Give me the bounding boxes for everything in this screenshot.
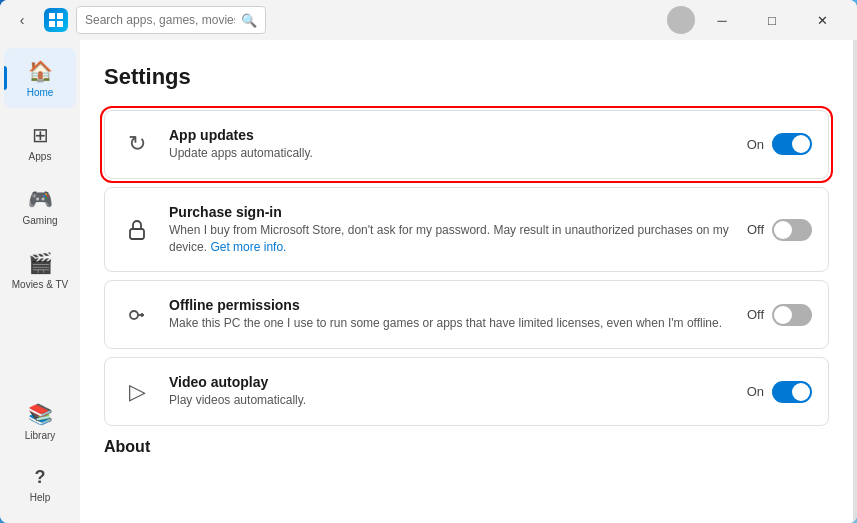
settings-item-purchase-signin: Purchase sign-in When I buy from Microso… (104, 187, 829, 273)
title-bar: ‹ 🔍 ─ □ ✕ (0, 0, 857, 40)
video-autoplay-toggle[interactable] (772, 381, 812, 403)
offline-permissions-icon (121, 299, 153, 331)
close-button[interactable]: ✕ (799, 6, 845, 34)
store-icon (48, 12, 64, 28)
purchase-signin-title: Purchase sign-in (169, 204, 731, 220)
app-updates-desc: Update apps automatically. (169, 145, 731, 162)
svg-rect-2 (49, 21, 55, 27)
library-icon: 📚 (28, 402, 53, 426)
video-autoplay-toggle-thumb (792, 383, 810, 401)
app-updates-icon: ↻ (121, 128, 153, 160)
svg-rect-4 (130, 229, 144, 239)
sidebar-item-label-apps: Apps (29, 151, 52, 162)
purchase-signin-control: Off (747, 219, 812, 241)
sidebar-item-label-help: Help (30, 492, 51, 503)
app-updates-control: On (747, 133, 812, 155)
get-more-info-link[interactable]: Get more info. (210, 240, 286, 254)
sidebar-item-label-library: Library (25, 430, 56, 441)
settings-item-offline-permissions: Offline permissions Make this PC the one… (104, 280, 829, 349)
right-scroll-indicator (853, 40, 857, 523)
offline-permissions-toggle-thumb (774, 306, 792, 324)
svg-point-5 (130, 311, 138, 319)
avatar[interactable] (667, 6, 695, 34)
app-updates-text: App updates Update apps automatically. (169, 127, 731, 162)
sidebar-item-label-home: Home (27, 87, 54, 98)
lock-icon (125, 218, 149, 242)
home-icon: 🏠 (28, 59, 53, 83)
help-icon: ? (35, 467, 46, 488)
search-bar[interactable]: 🔍 (76, 6, 266, 34)
video-autoplay-toggle-label: On (747, 384, 764, 399)
sidebar-item-apps[interactable]: ⊞ Apps (4, 112, 76, 172)
sidebar-item-movies[interactable]: 🎬 Movies & TV (4, 240, 76, 300)
title-bar-right: ─ □ ✕ (667, 6, 845, 34)
back-button[interactable]: ‹ (8, 6, 36, 34)
back-icon: ‹ (20, 12, 25, 28)
svg-rect-3 (57, 21, 63, 27)
offline-permissions-desc: Make this PC the one I use to run some g… (169, 315, 731, 332)
sidebar-item-label-gaming: Gaming (22, 215, 57, 226)
main-area: 🏠 Home ⊞ Apps 🎮 Gaming 🎬 Movies & TV 📚 (0, 40, 857, 523)
sidebar-item-help[interactable]: ? Help (4, 455, 76, 515)
purchase-signin-toggle[interactable] (772, 219, 812, 241)
search-icon: 🔍 (241, 13, 257, 28)
app-updates-toggle-label: On (747, 137, 764, 152)
minimize-button[interactable]: ─ (699, 6, 745, 34)
video-autoplay-desc: Play videos automatically. (169, 392, 731, 409)
svg-rect-0 (49, 13, 55, 19)
app-updates-toggle[interactable] (772, 133, 812, 155)
active-indicator (4, 66, 7, 90)
svg-rect-1 (57, 13, 63, 19)
restore-button[interactable]: □ (749, 6, 795, 34)
apps-icon: ⊞ (32, 123, 49, 147)
about-title: About (104, 438, 829, 456)
settings-item-video-autoplay: ▷ Video autoplay Play videos automatical… (104, 357, 829, 426)
offline-permissions-toggle[interactable] (772, 304, 812, 326)
movies-icon: 🎬 (28, 251, 53, 275)
app-updates-title: App updates (169, 127, 731, 143)
app-updates-toggle-thumb (792, 135, 810, 153)
video-autoplay-control: On (747, 381, 812, 403)
settings-item-app-updates: ↻ App updates Update apps automatically.… (104, 110, 829, 179)
purchase-signin-desc: When I buy from Microsoft Store, don't a… (169, 222, 731, 256)
search-input[interactable] (85, 13, 235, 27)
purchase-signin-toggle-label: Off (747, 222, 764, 237)
video-autoplay-icon: ▷ (121, 376, 153, 408)
settings-content: Settings ↻ App updates Update apps autom… (80, 40, 853, 523)
key-icon (125, 303, 149, 327)
sidebar-item-gaming[interactable]: 🎮 Gaming (4, 176, 76, 236)
page-title: Settings (104, 64, 829, 90)
purchase-signin-icon (121, 214, 153, 246)
video-autoplay-text: Video autoplay Play videos automatically… (169, 374, 731, 409)
sidebar: 🏠 Home ⊞ Apps 🎮 Gaming 🎬 Movies & TV 📚 (0, 40, 80, 523)
title-bar-left: ‹ 🔍 (8, 6, 266, 34)
offline-permissions-title: Offline permissions (169, 297, 731, 313)
video-autoplay-title: Video autoplay (169, 374, 731, 390)
sidebar-item-library[interactable]: 📚 Library (4, 391, 76, 451)
gaming-icon: 🎮 (28, 187, 53, 211)
sidebar-item-home[interactable]: 🏠 Home (4, 48, 76, 108)
sidebar-item-label-movies: Movies & TV (12, 279, 69, 290)
purchase-signin-toggle-thumb (774, 221, 792, 239)
purchase-signin-text: Purchase sign-in When I buy from Microso… (169, 204, 731, 256)
app-icon (44, 8, 68, 32)
offline-permissions-toggle-label: Off (747, 307, 764, 322)
offline-permissions-control: Off (747, 304, 812, 326)
app-window: ‹ 🔍 ─ □ ✕ (0, 0, 857, 523)
offline-permissions-text: Offline permissions Make this PC the one… (169, 297, 731, 332)
